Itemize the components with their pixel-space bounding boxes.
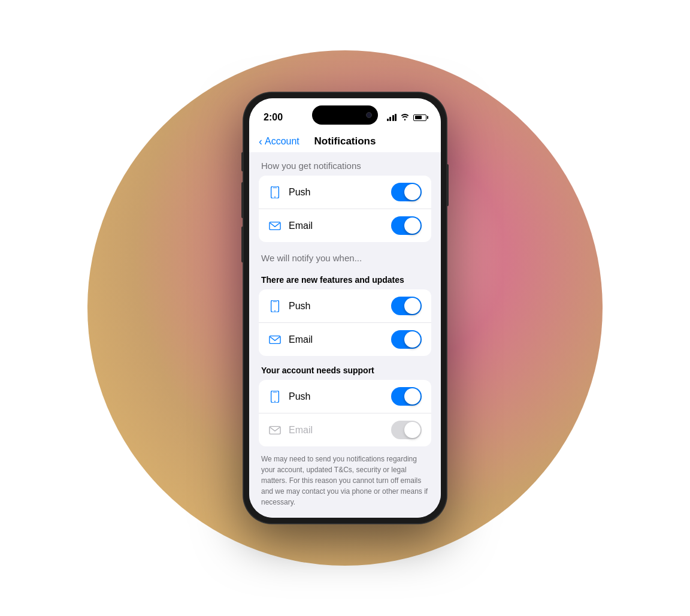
phone-frame: 2:00 <box>243 92 447 524</box>
svg-rect-3 <box>270 222 280 230</box>
svg-rect-7 <box>270 336 280 343</box>
email-label-2: Email <box>289 334 313 345</box>
support-card: Push <box>259 380 431 446</box>
phone-icon-1 <box>268 186 282 199</box>
status-icons <box>387 113 427 122</box>
svg-point-2 <box>274 196 276 197</box>
push-label-1: Push <box>289 187 310 198</box>
camera-sensor <box>366 112 372 118</box>
email-row-1: Email <box>259 209 431 242</box>
svg-rect-1 <box>273 187 277 188</box>
volume-down-button <box>241 227 244 262</box>
push-label-3: Push <box>289 391 310 402</box>
email-row-2: Email <box>259 323 431 356</box>
back-chevron-icon: ‹ <box>259 136 262 147</box>
svg-point-6 <box>274 310 276 311</box>
svg-rect-9 <box>273 391 277 392</box>
group-title-features: There are new features and updates <box>259 268 431 289</box>
push-label-2: Push <box>289 301 310 312</box>
power-button <box>446 164 449 206</box>
status-time: 2:00 <box>264 112 283 123</box>
phone-icon-3 <box>268 390 282 403</box>
back-label: Account <box>265 136 299 147</box>
push-row-3: Push <box>259 380 431 413</box>
group-title-support: Your account needs support <box>259 358 431 380</box>
phone-screen: 2:00 <box>249 98 441 518</box>
email-toggle-2[interactable] <box>391 330 422 349</box>
how-you-get-card: Push <box>259 176 431 242</box>
status-bar: 2:00 <box>249 98 441 128</box>
mail-icon-3 <box>268 424 282 437</box>
email-label-1: Email <box>289 221 313 231</box>
footer-text: We may need to send you notifications re… <box>259 449 431 517</box>
dynamic-island <box>312 105 378 125</box>
page-title: Notifications <box>314 135 376 147</box>
screen-content: ‹ Account Notifications How you get noti… <box>249 128 441 518</box>
mail-icon-2 <box>268 333 282 346</box>
nav-bar: ‹ Account Notifications <box>249 128 441 152</box>
email-label-3: Email <box>289 425 313 436</box>
signal-icon <box>387 114 397 121</box>
mail-icon-1 <box>268 219 282 232</box>
email-toggle-3 <box>391 421 422 439</box>
section-header-how: How you get notifications <box>259 152 431 176</box>
svg-rect-11 <box>270 426 280 434</box>
wifi-icon <box>400 113 410 122</box>
back-button[interactable]: ‹ Account <box>259 136 299 147</box>
features-card: Push <box>259 289 431 356</box>
push-row-2: Push <box>259 289 431 323</box>
svg-rect-5 <box>273 301 277 301</box>
email-row-3: Email <box>259 413 431 446</box>
volume-up-button <box>241 182 244 218</box>
email-toggle-1[interactable] <box>391 216 422 235</box>
battery-icon <box>413 114 426 121</box>
scroll-content: How you get notifications <box>249 152 441 518</box>
phone-mockup: 2:00 <box>243 92 447 524</box>
mute-button <box>241 152 244 171</box>
section-header-when: We will notify you when... <box>259 244 431 268</box>
push-row-1: Push <box>259 176 431 209</box>
phone-icon-2 <box>268 300 282 313</box>
push-toggle-1[interactable] <box>391 183 422 201</box>
svg-point-10 <box>274 400 276 401</box>
push-toggle-3[interactable] <box>391 387 422 406</box>
push-toggle-2[interactable] <box>391 297 422 315</box>
